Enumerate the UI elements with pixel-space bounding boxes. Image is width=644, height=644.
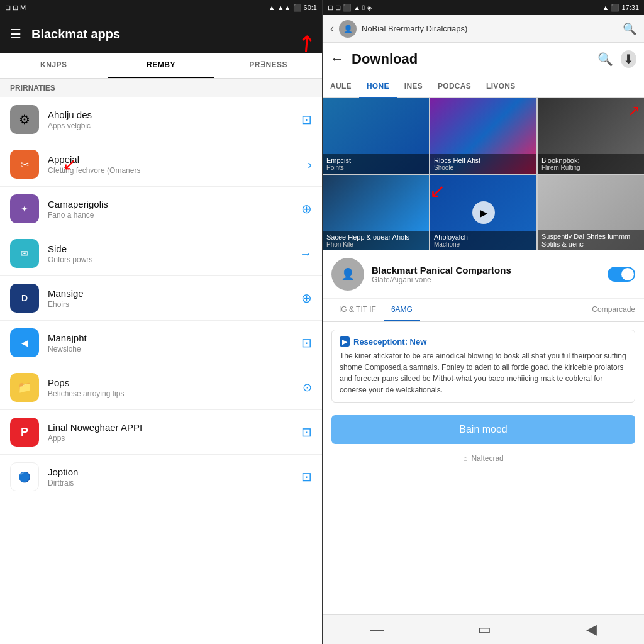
app-desc-2: Cfetting fechvore (Omaners: [48, 166, 303, 175]
action-tab-comparcade[interactable]: Comparcade: [592, 299, 635, 321]
app-icon-3: ✦: [10, 194, 39, 223]
app-action-7[interactable]: ⊙: [303, 380, 312, 394]
list-item[interactable]: ✦ Camaperigolis Fano a hance ⊕: [0, 187, 322, 231]
list-item[interactable]: P Linal Noweghaer APPI Apps ⊡: [0, 410, 322, 455]
list-item[interactable]: ✂ Appeial Cfetting fechvore (Omaners › ↙: [0, 142, 322, 187]
status-bar-right: ⊟ ⊡ ⬛ ▲ ⃝ ◈ ▲ ⬛ 17:31: [323, 0, 644, 15]
tab-ines[interactable]: INES: [397, 75, 430, 97]
cta-button[interactable]: Bain moed: [331, 415, 635, 444]
tab-hone[interactable]: HONE: [359, 75, 397, 98]
app-name-5: Mansige: [48, 288, 296, 299]
action-tabs: IG & TIT IF 6AMG Comparcade: [323, 299, 644, 322]
app-info-2: Appeial Cfetting fechvore (Omaners: [48, 154, 303, 175]
profile-big-avatar: 👤: [331, 258, 364, 291]
profile-bar: ‹ 👤 NoBial Brermarty Diralcriaps) 🔍: [323, 15, 644, 43]
footer-icon: ⌂: [463, 454, 467, 463]
app-name-1: Aholju des: [48, 109, 296, 120]
app-name-8: Linal Noweghaer APPI: [48, 422, 296, 433]
app-name-4: Side: [48, 243, 294, 254]
profile-info: Blackmart Panical Compartons Glate/Aigan…: [372, 265, 608, 284]
nav-recents[interactable]: ▭: [478, 621, 491, 638]
toggle-switch[interactable]: [608, 267, 635, 282]
app-info-1: Aholju des Apps velgbic: [48, 109, 296, 130]
action-tab-ig[interactable]: IG & TIT IF: [331, 299, 384, 321]
app-action-5[interactable]: ⊕: [301, 291, 312, 306]
media-cell-4[interactable]: Sacee Hepp & ouear Ahols Phon Kile: [323, 175, 429, 250]
app-desc-1: Apps velgbic: [48, 121, 296, 130]
nav-back[interactable]: ◀: [586, 621, 597, 638]
status-bar-left: ⊟ ⊡ M ▲ ▲▲ ⬛ 60:1: [0, 0, 322, 15]
app-desc-8: Apps: [48, 434, 296, 443]
media-cell-6[interactable]: Suspently Dal Shries lummm Sotilis & uen…: [538, 175, 644, 250]
nav-home[interactable]: —: [370, 621, 384, 638]
back-button[interactable]: ←: [330, 51, 344, 67]
download-icon-header[interactable]: ⬇: [621, 50, 636, 68]
app-info-5: Mansige Ehoirs: [48, 288, 296, 309]
app-icon-9: 🔵: [10, 462, 39, 491]
app-desc-9: Dirttrais: [48, 479, 296, 487]
app-desc-3: Fano a hance: [48, 211, 296, 219]
back-icon-profile[interactable]: ‹: [330, 22, 334, 35]
app-info-3: Camaperigolis Fano a hance: [48, 199, 296, 219]
profile-name: NoBial Brermarty Diralcriaps): [362, 24, 623, 33]
tabs-right: AULE HONE INES PODCAS LIVONS: [323, 75, 644, 98]
media-label-2: Rlocs Helf Afist Shoole: [430, 154, 536, 174]
app-info-9: Joption Dirttrais: [48, 467, 296, 487]
header-icons: 🔍 ⬇: [597, 50, 636, 68]
nav-bar: — ▭ ◀: [323, 614, 644, 644]
tab-knjps[interactable]: KNJPS: [0, 53, 108, 78]
action-tab-6amg[interactable]: 6AMG: [384, 299, 420, 321]
app-name-3: Camaperigolis: [48, 199, 296, 209]
app-name-9: Joption: [48, 467, 296, 477]
profile-main-name: Blackmart Panical Compartons: [372, 265, 608, 275]
app-info-6: Manajpht Newslohe: [48, 333, 296, 353]
search-icon-profile[interactable]: 🔍: [623, 22, 636, 36]
list-item[interactable]: 📁 Pops Betichese arroying tips ⊙: [0, 365, 322, 410]
app-icon-8: P: [10, 418, 39, 447]
page-title-right: Download: [352, 51, 597, 67]
profile-section: 👤 Blackmart Panical Compartons Glate/Aig…: [323, 250, 644, 299]
media-cell-5[interactable]: ▶ Aholoyalch Machone: [430, 175, 536, 250]
list-item[interactable]: 🔵 Joption Dirttrais ⊡: [0, 455, 322, 499]
list-item[interactable]: D Mansige Ehoirs ⊕: [0, 276, 322, 321]
app-name-6: Manajpht: [48, 333, 296, 343]
app-list: ⚙ Aholju des Apps velgbic ⊡ ✂ Appeial Cf…: [0, 97, 322, 644]
tab-podcas[interactable]: PODCAS: [430, 75, 479, 97]
media-grid: Empcist Points Rlocs Helf Afist Shoole B…: [323, 98, 644, 250]
search-icon-header[interactable]: 🔍: [597, 52, 613, 67]
list-item[interactable]: ◀ Manajpht Newslohe ⊡: [0, 321, 322, 365]
media-cell-2[interactable]: Rlocs Helf Afist Shoole: [430, 98, 536, 174]
app-action-4[interactable]: →: [299, 247, 312, 261]
tab-aule[interactable]: AULE: [323, 75, 359, 97]
tab-remby[interactable]: REMBY: [108, 53, 215, 78]
app-action-6[interactable]: ⊡: [301, 335, 312, 350]
right-panel: ⊟ ⊡ ⬛ ▲ ⃝ ◈ ▲ ⬛ 17:31 ‹ 👤 NoBial Brermar…: [322, 0, 644, 644]
list-item[interactable]: ✉ Side Onfors powrs →: [0, 231, 322, 276]
tab-livons[interactable]: LIVONS: [479, 75, 523, 97]
app-action-3[interactable]: ⊕: [301, 201, 312, 216]
desc-title: ▶ Reseceptiont: New: [340, 336, 627, 347]
media-cell-3[interactable]: Blooknpbok: Flirem Rulting: [538, 98, 644, 174]
app-action-2[interactable]: ›: [308, 157, 312, 172]
app-action-9[interactable]: ⊡: [301, 469, 312, 484]
media-label-4: Sacee Hepp & ouear Ahols Phon Kile: [323, 231, 429, 250]
app-action-8[interactable]: ⊡: [301, 425, 312, 440]
list-item[interactable]: ⚙ Aholju des Apps velgbic ⊡: [0, 97, 322, 142]
app-info-4: Side Onfors powrs: [48, 243, 294, 264]
tab-preness[interactable]: PRƎNESS: [214, 53, 322, 78]
tabs-left: KNJPS REMBY PRƎNESS: [0, 53, 322, 79]
section-header-prirnaties: PRIRNATIES: [0, 79, 322, 97]
app-action-1[interactable]: ⊡: [301, 112, 312, 127]
app-icon-2: ✂: [10, 150, 39, 179]
media-label-6: Suspently Dal Shries lummm Sotilis & uen…: [538, 230, 644, 250]
app-icon-5: D: [10, 284, 39, 313]
app-info-7: Pops Betichese arroying tips: [48, 377, 297, 398]
media-cell-1[interactable]: Empcist Points: [323, 98, 429, 174]
header-right: ← Download 🔍 ⬇: [323, 43, 644, 75]
hamburger-icon[interactable]: ☰: [10, 26, 21, 42]
media-label-3: Blooknpbok: Flirem Rulting: [538, 154, 644, 174]
profile-avatar-small: 👤: [339, 20, 357, 38]
media-label-1: Empcist Points: [323, 154, 429, 174]
app-desc-4: Onfors powrs: [48, 255, 294, 264]
play-button[interactable]: ▶: [472, 201, 495, 224]
